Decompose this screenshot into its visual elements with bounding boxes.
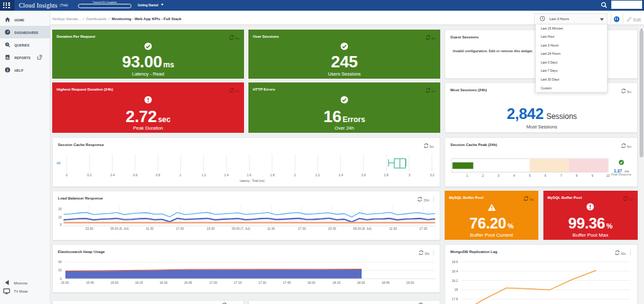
svg-text:?: ? — [6, 43, 8, 46]
